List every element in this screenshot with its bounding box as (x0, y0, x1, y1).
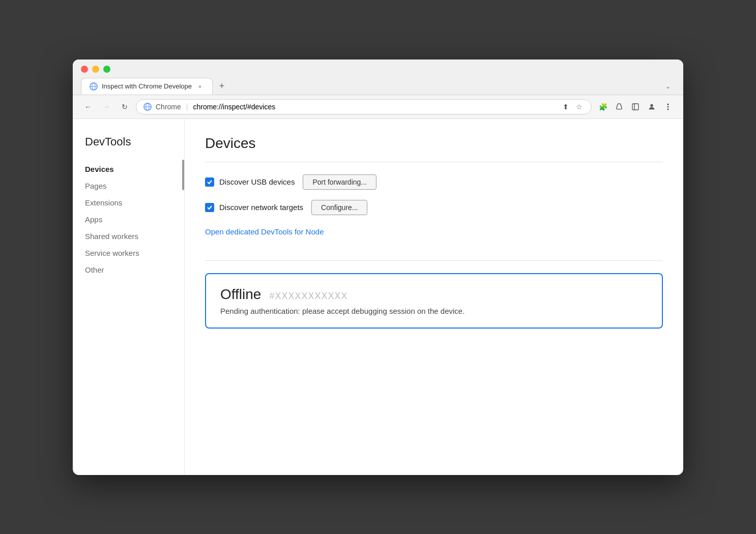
sidebar-item-other[interactable]: Other (85, 261, 184, 278)
back-button[interactable]: ← (81, 100, 95, 114)
address-bar[interactable]: Chrome | chrome://inspect/#devices ⬆ ☆ (136, 99, 592, 114)
sidebar-item-shared-workers[interactable]: Shared workers (85, 228, 184, 245)
svg-point-10 (667, 106, 668, 107)
device-card: Offline #XXXXXXXXXXX Pending authenticat… (205, 273, 663, 329)
svg-rect-6 (632, 104, 638, 110)
sidebar-item-extensions[interactable]: Extensions (85, 194, 184, 211)
share-icon[interactable]: ⬆ (561, 102, 571, 112)
address-favicon (143, 103, 152, 111)
port-forwarding-button[interactable]: Port forwarding... (303, 174, 376, 190)
navigation-bar: ← → ↻ Chrome | chrome://inspect/#devices… (73, 95, 683, 119)
usb-checkbox[interactable] (205, 177, 214, 187)
tabs-row: Inspect with Chrome Develope × + ⌄ (81, 78, 675, 95)
page-content: DevTools Devices Pages Extensions Apps S… (73, 119, 683, 475)
menu-icon[interactable] (661, 100, 675, 114)
svg-point-9 (667, 103, 668, 105)
sidebar-icon[interactable] (628, 100, 643, 114)
bookmark-icon[interactable]: ☆ (574, 102, 584, 112)
usb-option-row: Discover USB devices Port forwarding... (205, 174, 663, 190)
checkmark-icon-2 (207, 204, 213, 211)
svg-point-8 (650, 104, 653, 106)
extensions-icon[interactable]: 🧩 (596, 100, 610, 114)
traffic-lights (81, 66, 675, 73)
sidebar-heading: DevTools (85, 135, 184, 149)
device-status-label: Offline (220, 286, 261, 303)
node-devtools-link[interactable]: Open dedicated DevTools for Node (205, 227, 324, 236)
checkmark-icon (207, 179, 213, 185)
tab-list-button[interactable]: ⌄ (661, 79, 675, 94)
device-title-row: Offline #XXXXXXXXXXX (220, 286, 648, 303)
address-chrome-label: Chrome (156, 103, 181, 111)
usb-label: Discover USB devices (219, 177, 295, 186)
device-serial: #XXXXXXXXXXX (269, 291, 347, 302)
svg-point-11 (667, 108, 668, 110)
account-icon[interactable] (645, 100, 659, 114)
options-section: Discover USB devices Port forwarding... … (205, 174, 663, 261)
browser-window: Inspect with Chrome Develope × + ⌄ ← → ↻… (73, 60, 683, 475)
network-label: Discover network targets (219, 203, 303, 212)
refresh-button[interactable]: ↻ (118, 100, 132, 114)
configure-button[interactable]: Configure... (311, 200, 367, 215)
network-option-row: Discover network targets Configure... (205, 200, 663, 215)
title-bar: Inspect with Chrome Develope × + ⌄ (73, 60, 683, 95)
tab-title: Inspect with Chrome Develope (102, 82, 192, 90)
new-tab-button[interactable]: + (215, 79, 229, 94)
sidebar-item-service-workers[interactable]: Service workers (85, 245, 184, 261)
section-divider (205, 260, 663, 261)
network-checkbox-label[interactable]: Discover network targets (205, 203, 303, 212)
address-bar-icons: ⬆ ☆ (561, 102, 584, 112)
sidebar-item-pages[interactable]: Pages (85, 177, 184, 194)
address-divider: | (186, 103, 188, 111)
minimize-button[interactable] (92, 66, 99, 73)
address-url: chrome://inspect/#devices (193, 103, 275, 111)
device-description: Pending authentication: please accept de… (220, 307, 648, 315)
scroll-indicator (182, 160, 184, 190)
toolbar-icons: 🧩 (596, 100, 675, 114)
network-checkbox[interactable] (205, 203, 214, 212)
close-button[interactable] (81, 66, 88, 73)
page-title: Devices (205, 135, 663, 162)
sidebar-item-devices[interactable]: Devices (85, 161, 184, 177)
main-content: Devices Discover USB devices Port forwar… (185, 119, 683, 475)
sidebar-item-apps[interactable]: Apps (85, 211, 184, 228)
tab-close-button[interactable]: × (196, 82, 204, 91)
forward-button[interactable]: → (99, 100, 113, 114)
lab-icon[interactable] (612, 100, 626, 114)
sidebar: DevTools Devices Pages Extensions Apps S… (73, 119, 185, 475)
usb-checkbox-label[interactable]: Discover USB devices (205, 177, 295, 187)
maximize-button[interactable] (103, 66, 110, 73)
active-tab[interactable]: Inspect with Chrome Develope × (81, 78, 213, 95)
tab-favicon (90, 82, 98, 91)
